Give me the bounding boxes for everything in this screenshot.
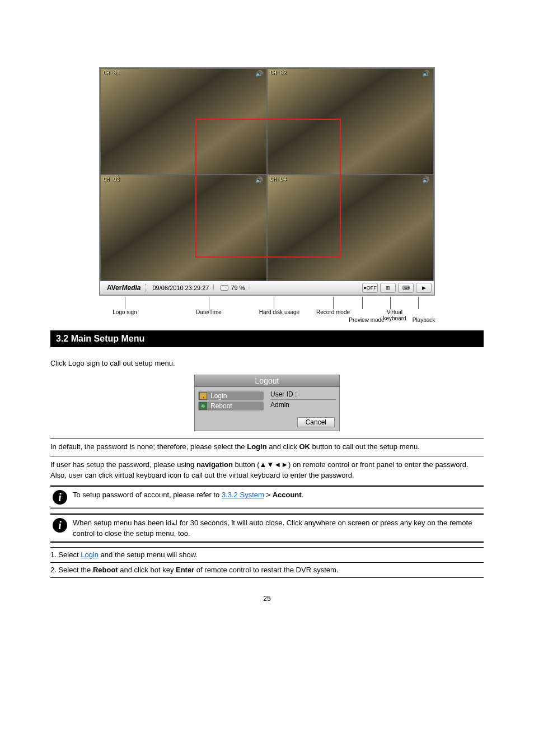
callout-datetime: Date/Time <box>196 309 222 315</box>
info-icon: i <box>53 518 67 533</box>
page-number: 25 <box>0 595 534 603</box>
info-text: When setup menu has been idله for 30 sec… <box>73 517 484 538</box>
separator <box>50 456 484 456</box>
camera-ch04: CH 04 🔊 <box>267 175 434 281</box>
info-text: To setup password of account, please ref… <box>73 489 303 500</box>
paragraph-login-default: In default, the password is none; theref… <box>50 442 484 452</box>
userid-value: Admin <box>270 399 336 409</box>
virtual-keyboard-button[interactable]: ⌨ <box>398 283 414 293</box>
callout-logo: Logo sign <box>113 309 137 315</box>
intro-text: Click Logo sign to call out setup menu. <box>50 358 484 369</box>
preview-mode-button[interactable]: ⊞ <box>380 283 396 293</box>
logo-sign[interactable]: AVerMedia <box>102 284 146 292</box>
cam-label: CH 01 <box>103 70 120 76</box>
control-bar: AVerMedia 09/08/2010 23:29:27 79 % ● OFF… <box>100 281 434 295</box>
reboot-label: Reboot <box>210 402 232 410</box>
camera-ch03: CH 03 🔊 <box>100 175 267 281</box>
hdd-percent: 79 % <box>231 284 245 291</box>
callout-row: Logo sign Date/Time Hard disk usage Reco… <box>99 299 435 314</box>
playback-button[interactable]: ▶ <box>416 283 432 293</box>
lock-icon: 🔒 <box>199 392 207 400</box>
link-login[interactable]: Login <box>81 550 99 559</box>
link-system[interactable]: 3.3.2 System <box>222 491 264 499</box>
separator <box>50 562 484 563</box>
dvr-screenshot: CH 01 🔊 CH 02 🔊 CH 03 🔊 CH 04 🔊 AVerMedi… <box>99 67 435 296</box>
callout-record: Record mode <box>316 309 350 315</box>
camera-ch01: CH 01 🔊 <box>100 68 267 175</box>
cam-label: CH 02 <box>270 70 287 76</box>
audio-icon: 🔊 <box>255 70 263 77</box>
userid-label: User ID : <box>270 390 336 398</box>
separator <box>50 577 484 578</box>
callout-hdd: Hard disk usage <box>259 309 299 315</box>
reboot-menu-item[interactable]: ✻ Reboot <box>198 402 264 410</box>
step-1: 1. Select Login and the setup menu will … <box>50 550 484 560</box>
step-2: 2. Select the Reboot and click hot key E… <box>50 565 484 575</box>
logout-dialog: Logout 🔒 Login ✻ Reboot User ID : Admin … <box>194 375 340 431</box>
dvr-figure: CH 01 🔊 CH 02 🔊 CH 03 🔊 CH 04 🔊 AVerMedi… <box>50 67 484 314</box>
hdd-icon <box>221 285 228 291</box>
info-note-1: i To setup password of account, please r… <box>50 485 484 508</box>
paragraph-password: If user has setup the password, please u… <box>50 460 484 481</box>
cam-label: CH 03 <box>103 176 120 183</box>
separator <box>50 547 484 548</box>
callout-playback: Playback <box>413 317 435 323</box>
separator <box>50 438 484 438</box>
audio-icon: 🔊 <box>255 176 263 184</box>
cam-label: CH 04 <box>270 176 287 183</box>
info-note-2: i When setup menu has been idله for 30 s… <box>50 513 484 542</box>
dialog-title: Logout <box>195 375 339 387</box>
datetime-display: 09/08/2010 23:29:27 <box>148 284 214 291</box>
login-menu-item[interactable]: 🔒 Login <box>198 391 264 400</box>
reboot-icon: ✻ <box>199 402 207 410</box>
record-mode-button[interactable]: ● OFF <box>362 283 378 293</box>
callout-virtual: Virtual keyboard <box>374 309 415 321</box>
camera-ch02: CH 02 🔊 <box>267 68 434 175</box>
login-label: Login <box>210 392 227 400</box>
hdd-usage: 79 % <box>216 284 250 291</box>
section-heading: 3.2 Main Setup Menu <box>50 330 484 347</box>
cancel-button[interactable]: Cancel <box>297 417 335 427</box>
info-icon: i <box>53 490 67 505</box>
audio-icon: 🔊 <box>422 70 430 77</box>
audio-icon: 🔊 <box>422 176 430 184</box>
